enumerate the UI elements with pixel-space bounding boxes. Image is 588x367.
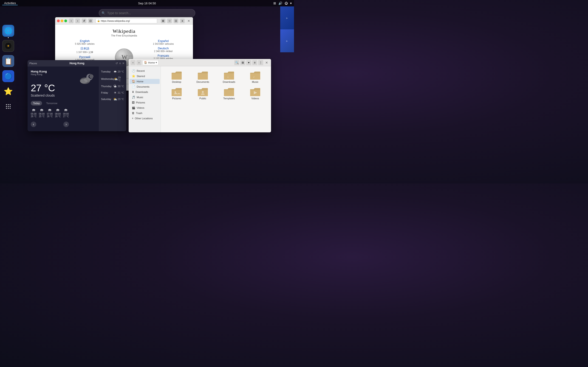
downloads-folder-icon: ↓ xyxy=(224,71,234,80)
files-forward-button[interactable]: › xyxy=(137,60,141,65)
wiki-camera-button[interactable]: ⊡ xyxy=(88,19,93,23)
activities-button[interactable]: Activities xyxy=(2,1,18,5)
wiki-reload-button[interactable]: ↺ xyxy=(82,19,86,23)
weather-hour-0800-time: 08:00 xyxy=(55,113,61,115)
lock-icon: 🔒 xyxy=(97,19,100,22)
topbar: Activities Sep 16 04:50 ⊞ 🔊 ⏻ ▾ xyxy=(0,0,294,6)
right-thumb-1[interactable]: ▶ xyxy=(280,6,294,29)
files-folder-downloads[interactable]: ↓ Downloads xyxy=(217,70,241,85)
wiki-url-text: https://www.wikipedia.org/ xyxy=(101,19,130,22)
weather-prev-button[interactable]: ‹ xyxy=(31,122,36,127)
files-folder-public[interactable]: Public xyxy=(191,86,215,101)
dock-item-notes[interactable]: 📋 xyxy=(2,55,14,67)
chevron-down-icon[interactable]: ▾ xyxy=(290,1,292,5)
power-icon[interactable]: ⏻ xyxy=(285,1,288,5)
topbar-right-icons: ⊞ 🔊 ⏻ ▾ xyxy=(273,1,292,5)
wiki-screenshot-button[interactable]: ⊡ xyxy=(174,19,178,23)
weather-menu-button[interactable]: ≡ xyxy=(119,62,121,65)
dock-item-browser[interactable]: 🌐 xyxy=(2,25,14,37)
network-icon[interactable]: ⊞ xyxy=(273,1,276,5)
files-pictures-label: Pictures xyxy=(136,101,145,104)
files-folder-desktop[interactable]: Desktop xyxy=(164,70,189,85)
wiki-lang-spanish[interactable]: Español 1 543 000+ artículos xyxy=(137,39,189,45)
wiki-lang-japanese[interactable]: 日本語 1 167 000+ 記事 xyxy=(59,47,111,54)
volume-icon[interactable]: 🔊 xyxy=(278,1,282,5)
files-sidebar-trash[interactable]: 🗑 Trash xyxy=(130,110,160,116)
weather-tab-today[interactable]: Today xyxy=(31,101,42,106)
wiki-minimize-button[interactable] xyxy=(61,19,63,22)
weather-friday-label: Friday xyxy=(101,91,112,94)
wiki-close-button[interactable] xyxy=(57,19,60,22)
files-other-locations-label: Other Locations xyxy=(135,117,153,120)
files-view-toggle-button[interactable]: ▾ xyxy=(246,60,251,65)
files-overflow-button[interactable]: ⋮ xyxy=(258,60,263,65)
dock-item-grid[interactable] xyxy=(2,100,14,112)
weather-window: Places Hong Kong ↺ ≡ ✕ Hong Kong Hong Ko… xyxy=(27,60,126,131)
files-back-button[interactable]: ‹ xyxy=(130,60,136,65)
files-folder-videos[interactable]: Videos xyxy=(243,86,267,101)
right-thumb-2[interactable]: ▶ xyxy=(280,29,294,52)
weather-hour-0700-temp: 26 °C xyxy=(47,115,52,118)
files-close-button[interactable]: ✕ xyxy=(264,60,269,65)
downloads-sidebar-icon: ⬇ xyxy=(132,90,134,94)
weather-hour-0800-temp: 26 °C xyxy=(55,115,61,118)
files-manager-window: ‹ › 🏠 Home ▾ 🔍 ⊞ ▾ ≡ ⋮ ✕ 🕐 Recent ⭐ Star… xyxy=(129,59,271,132)
files-sidebar-downloads[interactable]: ⬇ Downloads xyxy=(130,90,160,94)
search-input[interactable] xyxy=(99,9,195,17)
wiki-lang-english[interactable]: English 5 925 000+ articles xyxy=(59,39,111,45)
weather-main-icon xyxy=(78,73,94,89)
weather-city-header: Hong Kong xyxy=(69,62,85,65)
weather-friday-temp: 31 °C xyxy=(118,91,124,94)
wiki-url-bar[interactable]: 🔒 https://www.wikipedia.org/ xyxy=(95,18,157,23)
files-sidebar-home[interactable]: 🏠 Home xyxy=(130,79,160,84)
files-search-button[interactable]: 🔍 xyxy=(234,60,239,65)
files-sidebar-other-locations[interactable]: + Other Locations xyxy=(130,116,160,121)
wiki-maximize-button[interactable] xyxy=(64,19,67,22)
search-icon: 🔍 xyxy=(102,11,105,15)
dock-item-apps[interactable]: 🔵 xyxy=(2,70,14,82)
weather-refresh-button[interactable]: ↺ xyxy=(115,62,118,65)
files-folder-pictures[interactable]: Pictures xyxy=(164,86,189,101)
files-sidebar-music[interactable]: 🎵 Music xyxy=(130,95,160,100)
dock-item-music[interactable] xyxy=(2,40,14,52)
files-sidebar-pictures[interactable]: 🖼 Pictures xyxy=(130,100,160,105)
weather-close-button[interactable]: ✕ xyxy=(122,62,124,65)
files-sidebar-starred[interactable]: ⭐ Starred xyxy=(130,74,160,79)
svg-point-6 xyxy=(10,104,10,105)
wiki-close-tab-button[interactable]: ✕ xyxy=(187,19,191,23)
wiki-lang-german[interactable]: Deutsch 2 340 000+ Artikel xyxy=(137,47,189,52)
weather-hour-0600: 🌧 06:00 25 °C xyxy=(39,108,44,118)
files-location-bar[interactable]: 🏠 Home ▾ xyxy=(142,60,158,65)
wiki-menu-button[interactable]: ≡ xyxy=(180,19,185,23)
weather-body: Hong Kong Hong Kong 27 °C Scattered clou… xyxy=(27,67,126,131)
files-toolbar-right: 🔍 ⊞ ▾ ≡ ⋮ ✕ xyxy=(234,60,269,65)
files-folder-templates[interactable]: Templates xyxy=(217,86,241,101)
music-sidebar-icon: 🎵 xyxy=(132,96,135,99)
weather-main-panel: Hong Kong Hong Kong 27 °C Scattered clou… xyxy=(27,67,99,131)
weather-hourly: 🌧 05:00 26 °C 🌧 06:00 25 °C 🌧 07:00 26 °… xyxy=(31,108,95,118)
dock-item-weather[interactable]: ⭐ xyxy=(2,85,14,97)
files-folder-music[interactable]: ♪ Music xyxy=(243,70,267,85)
browser-icon: 🌐 xyxy=(4,27,12,35)
wiki-view-button[interactable]: ⊞ xyxy=(161,19,165,23)
files-sidebar-documents[interactable]: 📄 Documents xyxy=(130,84,160,89)
wiki-back-button[interactable]: ‹ xyxy=(69,19,73,23)
wiki-star-button[interactable]: ☆ xyxy=(167,19,172,23)
datetime-display: Sep 16 04:50 xyxy=(138,2,156,5)
weather-next-button[interactable]: › xyxy=(63,122,69,127)
files-sidebar-videos[interactable]: 🎬 Videos xyxy=(130,105,160,110)
svg-point-12 xyxy=(10,108,10,109)
weather-tab-tomorrow[interactable]: Tomorrow xyxy=(44,101,60,106)
weather-saturday-label: Saturday xyxy=(101,98,112,100)
files-folder-documents[interactable]: Documents xyxy=(191,70,215,85)
files-view-grid-button[interactable]: ⊞ xyxy=(240,60,245,65)
weather-saturday-temp: 29 °C xyxy=(118,98,124,100)
wiki-forward-button[interactable]: › xyxy=(75,19,80,23)
weather-hour-0500-temp: 26 °C xyxy=(31,115,36,118)
files-downloads-label: Downloads xyxy=(136,91,148,93)
home-icon: 🏠 xyxy=(144,61,147,64)
files-view-list-button[interactable]: ≡ xyxy=(252,60,257,65)
files-sidebar-recent[interactable]: 🕐 Recent xyxy=(130,68,160,73)
svg-text:↓: ↓ xyxy=(227,75,229,78)
videos-folder-icon xyxy=(250,88,260,96)
